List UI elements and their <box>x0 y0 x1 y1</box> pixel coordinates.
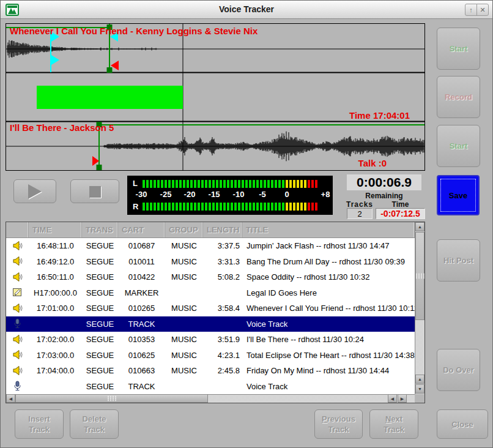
meter-scale-label: 0 <box>284 190 289 199</box>
cell-group: MUSIC <box>165 351 203 360</box>
start-track2-button[interactable]: Start <box>437 125 480 167</box>
meter-segment <box>205 180 207 188</box>
meter-segment <box>187 180 189 188</box>
vertical-scroll-thumb[interactable] <box>415 232 424 320</box>
table-row[interactable]: H17:00:00.0SEGUEMARKERLegal ID Goes Here <box>6 285 415 301</box>
waveform-canvas[interactable] <box>6 24 424 170</box>
meter-segment <box>172 180 174 188</box>
meter-segment <box>157 203 160 211</box>
column-header <box>6 222 29 237</box>
right-meter-bar <box>143 203 317 211</box>
meter-segment <box>198 180 200 188</box>
delete-track-button[interactable]: Delete Track <box>70 409 119 439</box>
right-channel-label: R <box>133 202 138 211</box>
scroll-left-button-2[interactable]: ◀ <box>388 394 397 403</box>
close-icon: ✕ <box>480 6 485 13</box>
insert-track-button[interactable]: Insert Track <box>15 409 64 439</box>
remaining-time-label: Time <box>376 200 425 209</box>
remaining-label: Remaining <box>347 192 421 200</box>
meter-segment <box>223 180 226 188</box>
meter-segment <box>187 203 189 211</box>
table-row[interactable]: 17:04:00.0SEGUE010663MUSIC2:45.8Friday O… <box>6 363 415 379</box>
cell-cart: 010265 <box>118 304 165 313</box>
meter-segment <box>282 180 284 188</box>
table-row[interactable]: SEGUETRACKVoice Track <box>6 316 415 332</box>
start-track1-button[interactable]: Start <box>437 28 480 70</box>
cell-time: 17:01:00.0 <box>29 304 82 313</box>
meter-segment <box>275 203 277 211</box>
meter-segment <box>227 180 229 188</box>
cell-time: 17:02:00.0 <box>29 335 82 344</box>
scroll-down-button[interactable]: ▼ <box>415 384 424 394</box>
cell-trans: SEGUE <box>82 241 118 250</box>
log-rows: 16:48:11.0SEGUE010687MUSIC3:37.5Jumpin' … <box>6 238 415 394</box>
cell-title: Voice Track <box>242 319 415 329</box>
table-row[interactable]: 17:03:00.0SEGUE010625MUSIC4:23.1Total Ec… <box>6 348 415 364</box>
hit-post-button[interactable]: Hit Post <box>437 239 480 282</box>
meter-segment <box>157 180 160 188</box>
meter-segment <box>286 203 288 211</box>
next-track-button[interactable]: Next Track <box>369 409 418 439</box>
table-row[interactable]: 16:50:11.0SEGUE010422MUSIC5:08.2Space Od… <box>6 269 415 285</box>
meter-segment <box>190 203 193 211</box>
cell-trans: SEGUE <box>82 272 118 282</box>
cell-trans: SEGUE <box>82 382 118 391</box>
close-button[interactable]: Close <box>437 409 488 439</box>
cell-cart: 010011 <box>118 257 165 266</box>
cell-length: 4:23.1 <box>203 351 242 360</box>
vertical-scrollbar[interactable]: ▲ ▲ ▼ <box>415 222 424 394</box>
do-over-button[interactable]: Do Over <box>437 349 480 391</box>
horizontal-scrollbar[interactable]: ◀ ◀ ▶ <box>6 394 415 403</box>
scroll-left-button[interactable]: ◀ <box>6 394 15 403</box>
restore-button[interactable]: ↑ <box>465 4 477 16</box>
play-button[interactable] <box>13 179 56 203</box>
remaining-time-value: -0:07:12.5 <box>376 208 425 219</box>
meter-segment <box>249 180 251 188</box>
cell-cart: 010663 <box>118 366 165 375</box>
meter-segment <box>260 180 262 188</box>
meter-segment <box>304 180 306 188</box>
cell-cart: MARKER <box>118 288 165 297</box>
scroll-up-button[interactable]: ▲ <box>415 222 424 231</box>
meter-segment <box>245 180 248 188</box>
meter-segment <box>183 180 185 188</box>
meter-segment <box>154 203 156 211</box>
meter-scale-label: -10 <box>233 190 245 199</box>
cell-length: 3:31.3 <box>203 257 242 266</box>
table-row[interactable]: 16:49:12.0SEGUE010011MUSIC3:31.3Bang The… <box>6 254 415 270</box>
cell-length: 3:51.9 <box>203 335 242 344</box>
titlebar[interactable]: Voice Tracker ↑ ✕ <box>1 1 492 19</box>
track-deck[interactable]: Whenever I Call You Friend - Kenny Loggi… <box>6 23 425 171</box>
meter-segment <box>256 203 259 211</box>
meter-segment <box>297 203 299 211</box>
cell-title: Friday On My Mind -- rdhost 11/30 14:44 <box>242 366 415 375</box>
meter-segment <box>300 180 303 188</box>
cell-time: 17:04:00.0 <box>29 366 82 375</box>
cell-cart: 010353 <box>118 335 165 344</box>
table-row[interactable]: 17:02:00.0SEGUE010353MUSIC3:51.9I'll Be … <box>6 332 415 348</box>
cell-trans: SEGUE <box>82 319 118 329</box>
previous-track-button[interactable]: Previous Track <box>314 409 363 439</box>
horizontal-scroll-thumb[interactable] <box>15 394 208 403</box>
table-row[interactable]: 17:01:00.0SEGUE010265MUSIC3:58.4Whenever… <box>6 301 415 316</box>
meter-segment <box>264 180 266 188</box>
table-row[interactable]: SEGUETRACKVoice Track <box>6 379 415 395</box>
meter-scale-label: -15 <box>209 190 220 199</box>
column-header: GROUP <box>165 222 203 237</box>
cell-title: Legal ID Goes Here <box>242 288 415 297</box>
scroll-right-button[interactable]: ▶ <box>398 394 407 403</box>
table-row[interactable]: 16:48:11.0SEGUE010687MUSIC3:37.5Jumpin' … <box>6 238 415 254</box>
close-window-button[interactable]: ✕ <box>476 4 489 16</box>
track1-title: Whenever I Call You Friend - Kenny Loggi… <box>10 26 258 36</box>
record-button[interactable]: Record <box>437 76 480 118</box>
meter-segment <box>231 180 233 188</box>
meter-segment <box>249 203 251 211</box>
microphone-icon <box>6 381 29 392</box>
save-button[interactable]: Save <box>437 175 480 215</box>
stop-button[interactable] <box>70 179 119 203</box>
scroll-up-button-2[interactable]: ▲ <box>415 375 424 384</box>
meter-segment <box>165 203 167 211</box>
remaining-tracks-label: Tracks <box>344 200 375 209</box>
meter-segment <box>150 203 152 211</box>
meter-segment <box>275 180 277 188</box>
